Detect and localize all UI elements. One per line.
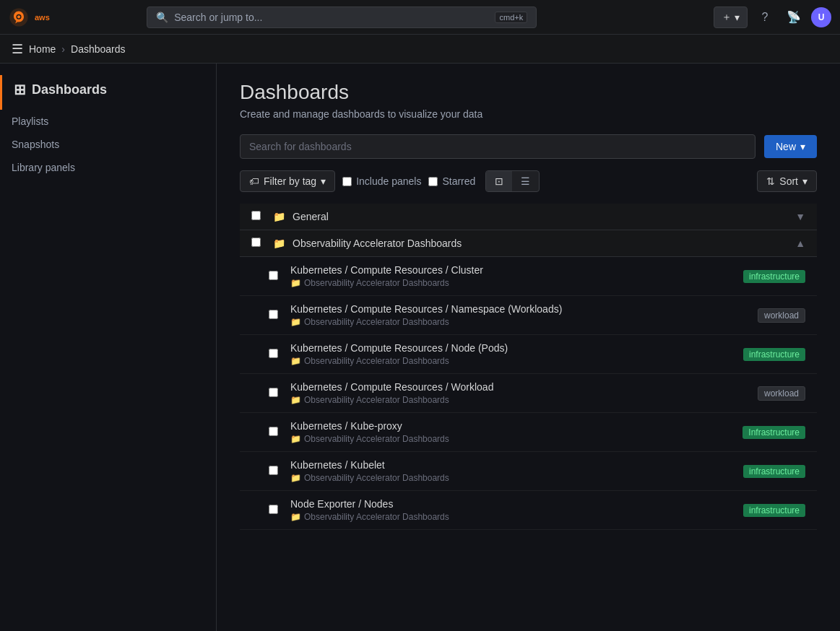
item-checkbox-cell-1-2 <box>269 349 283 360</box>
add-button[interactable]: ＋ ▾ <box>714 6 748 28</box>
page-title: Dashboards <box>240 81 817 104</box>
main-content: Dashboards Create and manage dashboards … <box>217 64 840 631</box>
svg-point-2 <box>17 15 20 18</box>
sidebar-title: Dashboards <box>32 82 107 97</box>
sidebar-item-playlists[interactable]: Playlists <box>0 110 216 133</box>
item-checkbox-1-5[interactable] <box>269 466 278 475</box>
dashboard-info-1-3: Kubernetes / Compute Resources / Workloa… <box>290 381 750 405</box>
item-checkbox-1-2[interactable] <box>269 349 278 358</box>
sort-button[interactable]: ⇅ Sort ▾ <box>757 170 817 192</box>
breadcrumb-home[interactable]: Home <box>29 43 56 55</box>
page-subtitle: Create and manage dashboards to visualiz… <box>240 108 817 120</box>
tag-badge-1-0: infrastructure <box>743 270 805 283</box>
item-checkbox-1-6[interactable] <box>269 505 278 514</box>
folder-checkbox-cell-0 <box>251 211 266 222</box>
dashboard-item-1-3[interactable]: Kubernetes / Compute Resources / Workloa… <box>240 374 817 413</box>
folder-checkbox-cell-1 <box>251 238 266 249</box>
dashboard-name-1-0: Kubernetes / Compute Resources / Cluster <box>290 264 736 276</box>
tag-badge-1-4: Infrastructure <box>742 426 805 439</box>
tag-badge-1-3: workload <box>758 386 805 401</box>
dashboard-info-1-2: Kubernetes / Compute Resources / Node (P… <box>290 342 736 366</box>
folder-icon-1: 📁 <box>273 238 285 249</box>
dashboard-item-1-5[interactable]: Kubernetes / Kubelet 📁 Observability Acc… <box>240 452 817 491</box>
global-search[interactable]: 🔍 Search or jump to... cmd+k <box>147 6 537 28</box>
menu-toggle[interactable]: ☰ <box>12 41 23 57</box>
dashboard-folder-path-1-2: 📁 Observability Accelerator Dashboards <box>290 356 736 366</box>
dashboard-item-1-4[interactable]: Kubernetes / Kube-proxy 📁 Observability … <box>240 413 817 452</box>
sidebar-item-library-panels[interactable]: Library panels <box>0 156 216 179</box>
item-checkbox-1-4[interactable] <box>269 427 278 436</box>
dashboard-name-1-4: Kubernetes / Kube-proxy <box>290 420 735 432</box>
include-panels-label[interactable]: Include panels <box>342 175 421 187</box>
sort-icon: ⇅ <box>766 175 775 187</box>
starred-checkbox[interactable] <box>428 177 438 186</box>
dashboard-item-1-2[interactable]: Kubernetes / Compute Resources / Node (P… <box>240 335 817 374</box>
grafana-logo <box>9 7 29 27</box>
item-checkbox-1-0[interactable] <box>269 271 278 280</box>
folder-header-0[interactable]: 📁 General ▼ <box>240 204 817 230</box>
folder-icon-0: 📁 <box>273 211 285 222</box>
dashboard-item-1-1[interactable]: Kubernetes / Compute Resources / Namespa… <box>240 296 817 335</box>
dashboard-info-1-1: Kubernetes / Compute Resources / Namespa… <box>290 303 750 327</box>
folder-small-icon-1-0: 📁 <box>290 278 301 288</box>
tag-icon: 🏷 <box>249 175 259 187</box>
dashboards-icon: ⊞ <box>14 81 26 98</box>
search-row: New ▾ <box>240 134 817 159</box>
filter-chevron-icon: ▾ <box>321 175 326 187</box>
dashboard-name-1-6: Node Exporter / Nodes <box>290 498 736 510</box>
folder-checkbox-0[interactable] <box>251 211 261 220</box>
dashboard-search-input[interactable] <box>240 134 755 159</box>
folder-path-text-1-0: Observability Accelerator Dashboards <box>304 278 449 288</box>
search-placeholder: Search or jump to... <box>174 12 262 23</box>
grid-view-button[interactable]: ⊡ <box>486 171 512 191</box>
folder-path-text-1-6: Observability Accelerator Dashboards <box>304 512 449 522</box>
dashboard-folder-path-1-0: 📁 Observability Accelerator Dashboards <box>290 278 736 288</box>
playlists-label: Playlists <box>12 116 48 127</box>
folder-small-icon-1-3: 📁 <box>290 395 301 405</box>
new-dashboard-button[interactable]: New ▾ <box>764 135 817 158</box>
tag-badge-1-1: workload <box>758 308 805 323</box>
starred-label[interactable]: Starred <box>428 175 475 187</box>
filter-row: 🏷 Filter by tag ▾ Include panels Starred… <box>240 170 817 192</box>
dashboard-name-1-5: Kubernetes / Kubelet <box>290 459 736 471</box>
folder-path-text-1-4: Observability Accelerator Dashboards <box>304 434 449 444</box>
folder-header-1[interactable]: 📁 Observability Accelerator Dashboards ▲ <box>240 230 817 257</box>
item-checkbox-1-1[interactable] <box>269 310 278 319</box>
sidebar: ⊞ Dashboards Playlists Snapshots Library… <box>0 64 217 631</box>
folder-small-icon-1-4: 📁 <box>290 434 301 444</box>
notifications-button[interactable]: 📡 <box>782 6 805 29</box>
help-button[interactable]: ? <box>753 6 776 29</box>
item-checkbox-cell-1-5 <box>269 466 283 477</box>
folder-checkbox-1[interactable] <box>251 238 261 247</box>
item-checkbox-1-3[interactable] <box>269 388 278 397</box>
aws-label: aws <box>35 13 50 22</box>
breadcrumb-separator: › <box>61 43 65 55</box>
sidebar-header: ⊞ Dashboards <box>0 75 216 110</box>
breadcrumb-current: Dashboards <box>71 43 126 55</box>
dashboard-info-1-0: Kubernetes / Compute Resources / Cluster… <box>290 264 736 288</box>
folder-path-text-1-2: Observability Accelerator Dashboards <box>304 356 449 366</box>
tag-badge-1-5: infrastructure <box>743 465 805 478</box>
folder-name-0: General <box>293 211 788 222</box>
include-panels-checkbox[interactable] <box>342 177 352 186</box>
sort-chevron-icon: ▾ <box>802 175 807 187</box>
dashboard-folder-path-1-1: 📁 Observability Accelerator Dashboards <box>290 317 750 327</box>
folder-chevron-1: ▲ <box>795 238 805 249</box>
dashboard-item-1-0[interactable]: Kubernetes / Compute Resources / Cluster… <box>240 257 817 296</box>
add-dropdown-icon: ▾ <box>735 12 740 23</box>
dashboard-info-1-5: Kubernetes / Kubelet 📁 Observability Acc… <box>290 459 736 483</box>
library-panels-label: Library panels <box>12 162 75 173</box>
folder-small-icon-1-5: 📁 <box>290 473 301 483</box>
dashboard-item-1-6[interactable]: Node Exporter / Nodes 📁 Observability Ac… <box>240 491 817 530</box>
user-avatar[interactable]: U <box>811 7 831 27</box>
filter-by-tag-button[interactable]: 🏷 Filter by tag ▾ <box>240 170 335 192</box>
starred-text: Starred <box>442 175 475 187</box>
new-chevron-icon: ▾ <box>800 141 805 152</box>
plus-icon: ＋ <box>722 11 732 24</box>
search-icon: 🔍 <box>156 12 168 23</box>
dashboard-folder-path-1-4: 📁 Observability Accelerator Dashboards <box>290 434 735 444</box>
folder-small-icon-1-1: 📁 <box>290 317 301 327</box>
list-view-button[interactable]: ☰ <box>512 171 539 191</box>
folder-path-text-1-5: Observability Accelerator Dashboards <box>304 473 449 483</box>
sidebar-item-snapshots[interactable]: Snapshots <box>0 133 216 156</box>
